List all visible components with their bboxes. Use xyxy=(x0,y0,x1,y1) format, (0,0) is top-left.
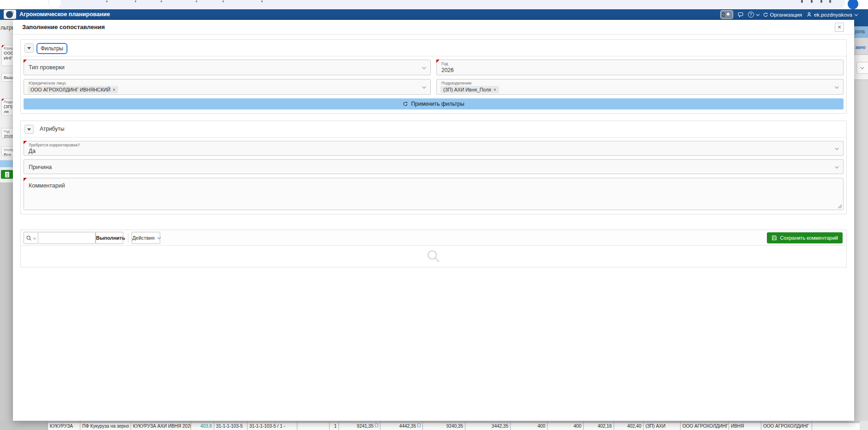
save-comment-button[interactable]: Сохранить комментарий xyxy=(767,232,843,243)
check-type-select[interactable]: Тип проверки xyxy=(24,60,431,75)
organization-button[interactable]: Организация xyxy=(763,12,802,18)
dialog-title: Заполнение сопоставления xyxy=(22,20,105,35)
table-cell: ООО АГРОХОЛДИНГ xyxy=(761,421,812,430)
table-cell: 31-1-1-103-5 xyxy=(214,421,247,430)
close-button[interactable]: × xyxy=(835,23,844,32)
browser-extension-icon[interactable] xyxy=(811,0,813,3)
sidebar-field-display[interactable]: Отобра Все xyxy=(1,146,13,156)
division-select[interactable]: Подразделение (ЗП) АХИ Ивня_Поля× xyxy=(436,79,844,95)
table-cell xyxy=(297,421,329,430)
scrollbar-corner xyxy=(860,421,868,430)
fill-comparison-dialog: Заполнение сопоставления × Фильтры Тип п… xyxy=(13,20,854,421)
bell-icon xyxy=(725,12,731,18)
search-input[interactable] xyxy=(38,232,95,243)
legal-entity-label: Юридическое лицо xyxy=(29,81,66,85)
execute-button[interactable]: Выполнить xyxy=(96,232,123,244)
legal-entity-chip[interactable]: ООО АГРОХОЛДИНГ ИВНЯНСКИЙ× xyxy=(28,86,118,93)
sidebar-field-legal-entity[interactable]: Юриди ООО ИНГ И xyxy=(1,45,13,66)
sidebar-field-division[interactable]: Подра (ЗП) А ля xyxy=(1,98,13,115)
division-label: Подразделение xyxy=(441,81,472,85)
background-select-fragment[interactable] xyxy=(856,62,868,74)
chevron-down-icon xyxy=(33,236,36,240)
attributes-region-title[interactable]: Атрибуты xyxy=(36,124,67,133)
user-menu-button[interactable]: ek.pozdnyakova xyxy=(806,12,857,18)
comment-label: Комментарий xyxy=(29,182,65,189)
table-cell: 3442,35 xyxy=(465,421,510,430)
year-field[interactable]: Год 2026 xyxy=(436,60,844,75)
table-cell: 400 xyxy=(547,421,583,430)
expand-icon[interactable] xyxy=(417,424,421,427)
sidebar-apply-button-fragment[interactable] xyxy=(0,160,13,167)
address-bar[interactable] xyxy=(48,0,845,9)
search-icon xyxy=(26,235,32,241)
filters-region-header: Фильтры xyxy=(21,40,846,56)
table-cell: 1 xyxy=(329,421,338,430)
filters-region-title[interactable]: Фильтры xyxy=(36,43,67,54)
triangle-down-icon xyxy=(27,128,31,131)
collapse-attributes-button[interactable] xyxy=(24,125,34,134)
browser-profile-avatar[interactable] xyxy=(848,0,858,9)
url-text-fragment xyxy=(223,0,224,2)
comparison-grid-region: Выполнить Действия Сохранить комментарий xyxy=(20,230,847,267)
chevron-down-icon xyxy=(860,65,864,69)
chevron-down-icon xyxy=(835,85,838,88)
notifications-button[interactable]: 0 xyxy=(720,10,733,19)
required-marker xyxy=(24,60,27,63)
actions-menu-button[interactable]: Действия xyxy=(132,232,160,244)
browser-extension-icon[interactable] xyxy=(801,0,803,3)
comment-textarea[interactable]: Комментарий xyxy=(24,178,844,210)
table-cell: 4442,35 xyxy=(380,421,422,430)
sidebar-region-title: льтры xyxy=(0,24,13,31)
grid-toolbar: Выполнить Действия Сохранить комментарий xyxy=(21,230,846,246)
chat-button[interactable] xyxy=(737,12,744,18)
username: ek.pozdnyakova xyxy=(814,12,852,18)
chat-icon xyxy=(737,12,744,18)
apply-filters-button[interactable]: Применить фильтры xyxy=(24,98,844,109)
save-comment-label: Сохранить комментарий xyxy=(780,235,838,241)
required-marker xyxy=(1,45,5,48)
help-menu-button[interactable]: ? xyxy=(748,12,759,18)
division-chip[interactable]: (ЗП) АХИ Ивня_Поля× xyxy=(440,86,499,93)
organization-label: Организация xyxy=(770,12,802,18)
table-cell: 9241,35 xyxy=(338,421,380,430)
chevron-down-icon xyxy=(835,146,838,150)
attributes-region-header: Атрибуты xyxy=(21,121,846,138)
table-cell: 400 xyxy=(510,421,547,430)
legal-entity-select[interactable]: Юридическое лицо ООО АГРОХОЛДИНГ ИВНЯНСК… xyxy=(24,79,431,95)
chevron-down-icon xyxy=(854,12,858,16)
chip-remove-icon[interactable]: × xyxy=(113,87,115,92)
url-text-fragment xyxy=(261,0,263,2)
resize-handle[interactable] xyxy=(838,204,842,209)
expand-icon[interactable] xyxy=(375,424,378,427)
table-cell: 31-1-1-103-5 / 1 - xyxy=(247,421,297,430)
collapse-filters-button[interactable] xyxy=(24,43,34,53)
grid-empty-area xyxy=(21,246,846,267)
search-options-button[interactable] xyxy=(24,232,38,244)
required-marker xyxy=(436,60,440,63)
background-sidebar: льтры Юриди ООО ИНГ И Выше Подра (ЗП) А … xyxy=(0,20,13,421)
dialog-titlebar: Заполнение сопоставления × xyxy=(13,20,854,35)
person-icon xyxy=(806,12,812,18)
chip-remove-icon[interactable]: × xyxy=(494,87,496,92)
required-marker xyxy=(24,141,27,144)
correction-required-select[interactable]: Требуется корректировка? Да xyxy=(24,141,844,156)
apply-filters-label: Применить фильтры xyxy=(411,101,464,107)
reason-select[interactable]: Причина xyxy=(24,159,844,174)
table-cell: 403,6 xyxy=(191,421,214,430)
sidebar-report-button-fragment[interactable] xyxy=(1,170,13,179)
chevron-down-icon xyxy=(157,235,161,239)
table-cell: ООО АГРОХОЛДИНГ xyxy=(680,421,729,430)
sidebar-field-parent-division[interactable]: Выше xyxy=(1,73,13,82)
screen: Агрономическое планирование 0 ? Организа… xyxy=(0,0,868,430)
browser-extension-icon[interactable] xyxy=(829,0,831,3)
background-table-area xyxy=(0,182,13,421)
app-logo[interactable] xyxy=(4,10,16,19)
required-marker xyxy=(1,98,5,102)
correction-label: Требуется корректировка? xyxy=(29,143,80,147)
url-text-fragment xyxy=(161,0,162,2)
sidebar-field-year[interactable]: Год 2026 xyxy=(1,128,13,139)
table-cell: (ЗП) АХИ xyxy=(643,421,680,430)
background-button-fragment[interactable]: рота xyxy=(854,26,868,38)
browser-extension-icon[interactable] xyxy=(820,0,822,3)
app-header: Агрономическое планирование 0 ? Организа… xyxy=(0,9,868,20)
